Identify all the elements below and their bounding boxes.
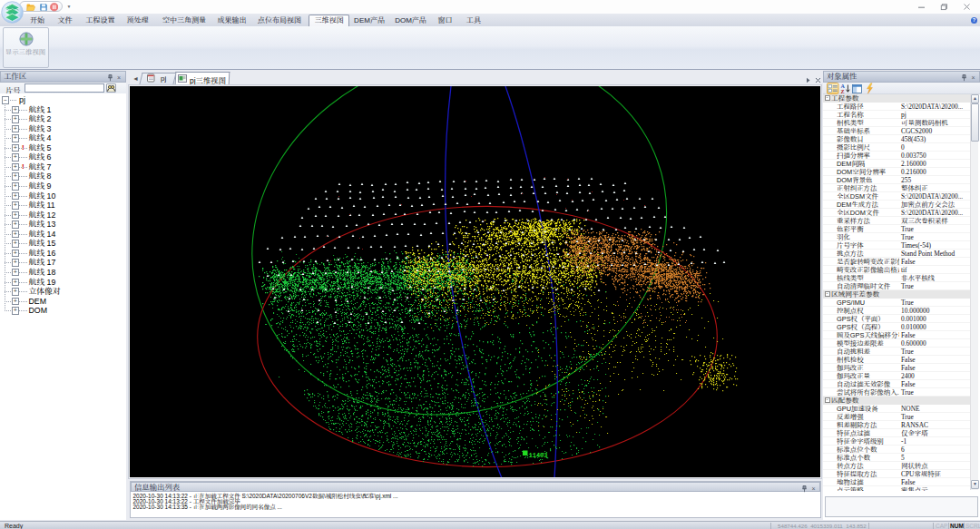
svg-text:11403: 11403 [529, 452, 548, 459]
